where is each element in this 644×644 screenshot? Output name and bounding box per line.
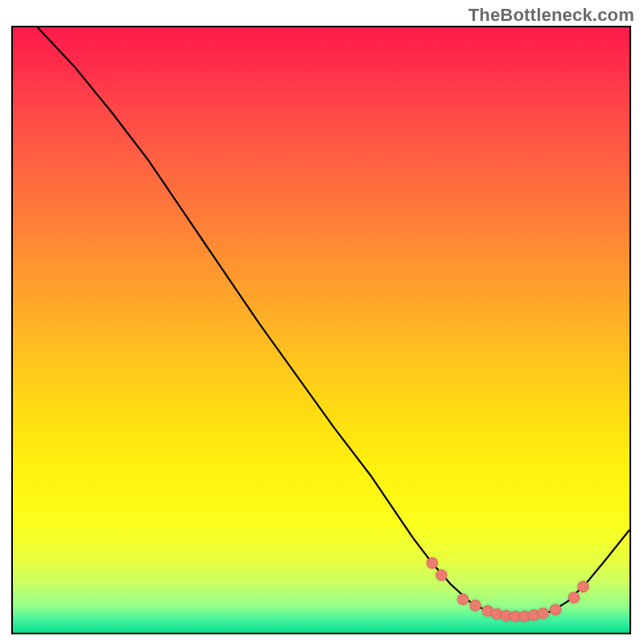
svg-rect-0 — [13, 27, 630, 633]
chart-plot-area — [11, 26, 631, 634]
chart-background — [13, 27, 630, 633]
watermark-label: TheBottleneck.com — [469, 5, 634, 26]
